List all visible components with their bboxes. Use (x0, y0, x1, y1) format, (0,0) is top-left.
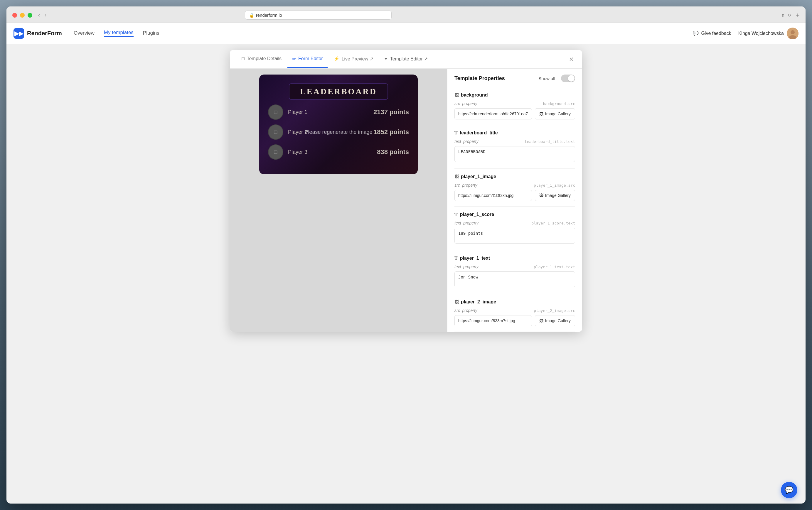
prop-section-p1-text-header: T player_1_text (455, 256, 575, 261)
lb-player-name-1: Player 1 (288, 109, 369, 115)
refresh-icon[interactable]: ↻ (788, 13, 791, 18)
tab-form-editor[interactable]: ✏ Form Editor (287, 51, 328, 68)
p1-image-src-input[interactable] (455, 190, 532, 201)
minimize-button[interactable] (20, 13, 25, 18)
lb-player-row-2: □ Player 2 1852 points Please regenerate… (268, 124, 409, 140)
p1-img-prop-type: src property (455, 183, 477, 187)
editor-tabs: □ Template Details ✏ Form Editor ⚡ Live … (230, 50, 582, 69)
feedback-label: Give feedback (701, 31, 731, 36)
text-icon-3: T (455, 212, 458, 217)
p2-img-prop-type: src property (455, 308, 477, 313)
template-details-icon: □ (241, 56, 244, 61)
editor-body: LEADERBOARD □ Player 1 2137 points □ Pla… (230, 69, 582, 332)
tab-template-editor[interactable]: ✦ Template Editor ↗ (379, 51, 433, 68)
properties-title: Template Properties (455, 76, 505, 82)
image-icon-5: 🖼 (455, 300, 459, 304)
lb-title: LEADERBOARD (289, 83, 388, 100)
lb-title-textarea[interactable]: LEADERBOARD (455, 146, 575, 162)
close-editor-button[interactable]: ✕ (568, 55, 575, 64)
chat-bubble[interactable]: 💬 (781, 482, 797, 498)
prop-section-background-title: 🖼 background (455, 92, 575, 98)
lb-title-prop-type: text property (455, 139, 478, 144)
p1-text-title: player_1_text (460, 256, 490, 261)
app-navbar: ▶▶ RenderForm Overview My templates Plug… (6, 23, 806, 44)
show-all-toggle[interactable] (561, 74, 575, 82)
background-src-input[interactable] (455, 108, 532, 119)
tab-form-editor-label: Form Editor (298, 56, 323, 61)
brand: ▶▶ RenderForm (13, 28, 62, 39)
prop-section-p1-img-header: 🖼 player_1_image (455, 174, 575, 179)
address-bar[interactable]: 🔒 renderform.io (245, 10, 392, 20)
lb-avatar-1: □ (268, 104, 283, 120)
user-info[interactable]: Kinga Wojciechowska (738, 28, 799, 39)
avatar (787, 28, 799, 39)
properties-panel: Template Properties Show all 🖼 backgroun… (447, 69, 582, 332)
nav-overview[interactable]: Overview (74, 30, 94, 37)
p1-score-title: player_1_score (460, 212, 494, 217)
new-tab-button[interactable]: + (796, 11, 800, 19)
svg-point-1 (790, 30, 795, 34)
gallery-icon-2: 🖼 (539, 193, 543, 198)
feedback-icon: 💬 (693, 31, 699, 36)
nav-buttons: ‹ › (37, 11, 48, 19)
gallery-icon-0: 🖼 (539, 112, 543, 116)
text-icon-1: T (455, 130, 458, 136)
nav-my-templates[interactable]: My templates (104, 30, 134, 37)
p2-gallery-button[interactable]: 🖼 Image Gallery (535, 315, 575, 326)
lock-icon: 🔒 (249, 13, 254, 18)
fullscreen-button[interactable] (28, 13, 32, 18)
browser-titlebar: ‹ › 🔒 renderform.io ⬆ ↻ + (6, 6, 806, 23)
background-title-text: background (461, 92, 488, 98)
chat-icon: 💬 (785, 486, 793, 494)
lb-score-3: 838 points (377, 148, 409, 156)
prop-section-leaderboard-title: T leaderboard_title text property leader… (455, 125, 575, 169)
prop-section-p2-img-header: 🖼 player_2_image (455, 299, 575, 305)
lb-player-row-3: □ Player 3 838 points (268, 144, 409, 160)
background-gallery-button[interactable]: 🖼 Image Gallery (535, 108, 575, 119)
p1-gallery-button[interactable]: 🖼 Image Gallery (535, 190, 575, 201)
p1-img-input-row: 🖼 Image Gallery (455, 190, 575, 201)
feedback-button[interactable]: 💬 Give feedback (693, 31, 731, 36)
background-icon: 🖼 (455, 93, 459, 97)
background-prop-key: background.src (543, 101, 575, 106)
p2-img-title: player_2_image (461, 299, 496, 305)
forward-button[interactable]: › (44, 11, 48, 19)
p2-img-input-row: 🖼 Image Gallery (455, 315, 575, 326)
p2-img-prop-key: player_2_image.src (534, 308, 575, 313)
tab-template-details-label: Template Details (247, 56, 282, 61)
lb-player-name-2: Player 2 (288, 129, 369, 135)
p1-text-prop-key: player_1_text.text (534, 265, 575, 269)
p2-img-prop-row: src property player_2_image.src (455, 308, 575, 313)
background-input-row: 🖼 Image Gallery (455, 108, 575, 119)
lb-score-2: 1852 points (373, 128, 409, 136)
text-icon-4: T (455, 256, 458, 261)
close-button[interactable] (12, 13, 17, 18)
share-icon[interactable]: ⬆ (781, 13, 785, 18)
p1-score-prop-row: text property player_1_score.text (455, 221, 575, 226)
tab-live-preview-label: Live Preview ↗ (342, 56, 373, 62)
p1-text-prop-row: text property player_1_text.text (455, 264, 575, 269)
prop-section-background: 🖼 background src property background.src (455, 87, 575, 125)
p1-score-prop-key: player_1_score.text (531, 221, 575, 226)
tab-template-details[interactable]: □ Template Details (237, 51, 286, 67)
lb-avatar-2: □ (268, 124, 283, 140)
p1-img-prop-row: src property player_1_image.src (455, 183, 575, 187)
lb-score-1: 2137 points (373, 108, 409, 116)
navbar-right: 💬 Give feedback Kinga Wojciechowska (693, 28, 799, 39)
p1-text-textarea[interactable]: Jon Snow (455, 271, 575, 287)
lb-avatar-3: □ (268, 144, 283, 160)
image-icon-2: 🖼 (455, 174, 459, 179)
nav-links: Overview My templates Plugins (74, 30, 160, 37)
back-button[interactable]: ‹ (37, 11, 41, 19)
lb-player-row-1: □ Player 1 2137 points (268, 104, 409, 120)
p1-score-prop-type: text property (455, 221, 478, 226)
gallery-icon-5: 🖼 (539, 319, 543, 323)
template-editor-icon: ✦ (384, 56, 388, 62)
show-all-label: Show all (539, 76, 555, 81)
nav-plugins[interactable]: Plugins (143, 30, 160, 37)
tab-live-preview[interactable]: ⚡ Live Preview ↗ (329, 51, 378, 68)
brand-icon: ▶▶ (13, 28, 24, 39)
lb-title-wrap: LEADERBOARD (268, 83, 409, 100)
p2-image-src-input[interactable] (455, 315, 532, 326)
p1-score-textarea[interactable]: 189 points (455, 228, 575, 244)
